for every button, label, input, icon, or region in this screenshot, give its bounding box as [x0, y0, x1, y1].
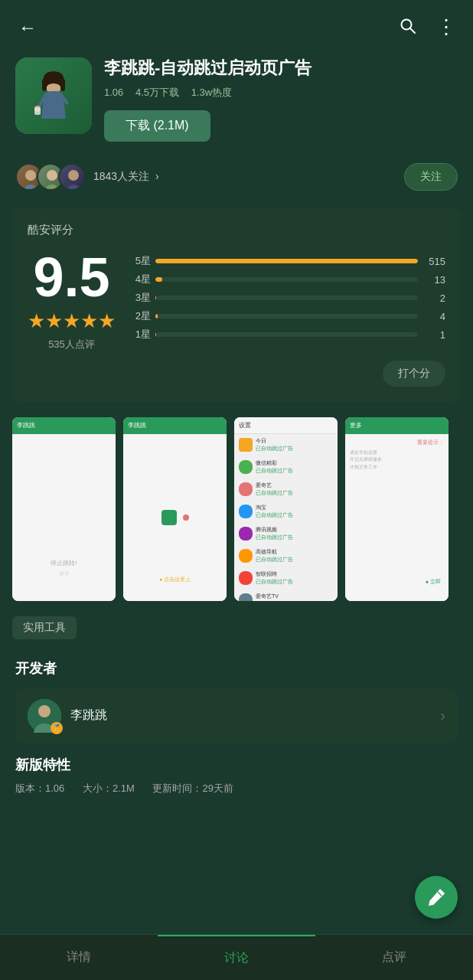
avatar-3	[58, 163, 86, 191]
followers-text: 1843人关注 ›	[93, 170, 159, 184]
new-version-title: 新版特性	[15, 756, 458, 774]
bar-count: 1	[422, 329, 445, 341]
nav-discussion[interactable]: 讨论	[158, 935, 315, 980]
rating-bars: 5星 515 4星 13 3星 2 2星	[131, 254, 445, 346]
ss1-body: 停止跳转! 关于	[12, 434, 116, 601]
developer-info: 🏅 李跳跳	[28, 699, 107, 733]
developer-row[interactable]: 🏅 李跳跳 ›	[15, 688, 458, 743]
version-size: 大小：2.1M	[83, 782, 135, 794]
ss3-item-6: 高德导航 已自动跳过广告	[234, 545, 338, 567]
ss4-body: 重要提示： 请在手机设置 开启无障碍服务 才能正常工作 ● 立即	[345, 434, 449, 601]
rating-count: 535人点评	[28, 338, 116, 351]
rating-title: 酷安评分	[28, 223, 445, 237]
ss2-body: ● 点击这里上	[123, 434, 227, 601]
avatars-group	[15, 163, 86, 191]
bar-row: 1星 1	[131, 328, 445, 341]
bar-row: 3星 2	[131, 291, 445, 305]
developer-avatar: 🏅	[28, 699, 61, 733]
ss3-item-1: 今日 已自动跳过广告	[234, 434, 338, 456]
back-button[interactable]: ←	[15, 14, 40, 41]
search-button[interactable]	[395, 13, 419, 42]
rating-content: 9.5 ★★★★★ 535人点评 5星 515 4星 13 3星	[28, 250, 445, 351]
screenshot-1[interactable]: 李跳跳 停止跳转! 关于	[12, 417, 116, 601]
svg-line-1	[410, 28, 415, 33]
svg-rect-4	[60, 79, 65, 91]
app-version: 1.06	[104, 87, 123, 98]
app-meta: 1.06 4.5万下载 1.3w热度	[104, 86, 458, 100]
ss4-header: 更多	[345, 417, 449, 434]
version-meta: 版本：1.06 大小：2.1M 更新时间：29天前	[15, 782, 458, 795]
bottom-nav: 详情 讨论 点评	[0, 934, 473, 980]
followers-row: 1843人关注 › 关注	[0, 154, 473, 200]
screenshot-4[interactable]: 更多 重要提示： 请在手机设置 开启无障碍服务 才能正常工作 ● 立即	[345, 417, 449, 601]
developer-name: 李跳跳	[70, 707, 107, 724]
bar-count: 13	[422, 274, 445, 286]
app-icon	[15, 57, 92, 134]
nav-details[interactable]: 详情	[0, 935, 158, 980]
bar-row: 4星 13	[131, 273, 445, 286]
ss3-body: 今日 已自动跳过广告 微信精彩 已自动跳过广告 爱奇艺 已自动跳过广告	[234, 434, 338, 601]
bar-row: 5星 515	[131, 254, 445, 268]
app-title: 李跳跳-自动跳过启动页广告	[104, 57, 458, 80]
ss3-header: 设置	[234, 417, 338, 434]
followers-count: 1843人关注	[93, 170, 149, 182]
app-details: 李跳跳-自动跳过启动页广告 1.06 4.5万下载 1.3w热度 下载 (2.1…	[104, 57, 458, 142]
bar-fill	[155, 296, 156, 300]
bar-track	[155, 259, 418, 263]
developer-section: 开发者 🏅 李跳跳 ›	[0, 647, 473, 756]
bar-fill	[155, 332, 156, 337]
rate-button[interactable]: 打个分	[383, 361, 445, 387]
follow-button[interactable]: 关注	[404, 163, 458, 191]
rating-score: 9.5	[28, 250, 116, 305]
bar-count: 2	[422, 292, 445, 304]
rating-left: 9.5 ★★★★★ 535人点评	[28, 250, 116, 351]
bar-track	[155, 277, 418, 282]
svg-point-7	[25, 170, 36, 181]
header: ← ⋮	[0, 0, 473, 50]
tag-practical-tools[interactable]: 实用工具	[12, 616, 77, 639]
rating-section: 酷安评分 9.5 ★★★★★ 535人点评 5星 515 4星 13	[12, 207, 461, 402]
bar-label: 1星	[131, 328, 151, 341]
svg-point-8	[47, 170, 57, 181]
bar-row: 2星 4	[131, 309, 445, 323]
bar-count: 515	[422, 256, 445, 267]
new-version-section: 新版特性 版本：1.06 大小：2.1M 更新时间：29天前	[0, 756, 473, 808]
developer-section-title: 开发者	[15, 659, 458, 678]
app-popularity: 1.3w热度	[191, 87, 232, 98]
svg-rect-3	[42, 79, 47, 91]
bar-track	[155, 332, 418, 337]
edit-icon	[426, 887, 446, 907]
version-update-time: 更新时间：29天前	[152, 782, 233, 794]
screenshot-3[interactable]: 设置 今日 已自动跳过广告 微信精彩 已自动跳过广告	[234, 417, 338, 601]
ss3-item-7: 智联招聘 已自动跳过广告	[234, 567, 338, 590]
fab-edit-button[interactable]	[415, 876, 458, 919]
search-icon	[398, 16, 416, 34]
app-downloads: 4.5万下载	[135, 87, 179, 98]
ss3-item-2: 微信精彩 已自动跳过广告	[234, 456, 338, 479]
chevron-right-icon: ›	[440, 707, 445, 724]
nav-reviews[interactable]: 点评	[315, 935, 473, 980]
app-info: 李跳跳-自动跳过启动页广告 1.06 4.5万下载 1.3w热度 下载 (2.1…	[0, 50, 473, 154]
chevron-right-icon: ›	[155, 170, 159, 182]
bar-fill	[155, 314, 158, 318]
more-button[interactable]: ⋮	[433, 12, 458, 42]
svg-rect-6	[34, 107, 41, 115]
bar-label: 3星	[131, 291, 151, 305]
followers-info[interactable]: 1843人关注 ›	[15, 163, 159, 191]
rating-stars: ★★★★★	[28, 309, 116, 333]
bar-fill	[155, 277, 162, 282]
bar-fill	[155, 259, 418, 263]
download-button[interactable]: 下载 (2.1M)	[104, 110, 210, 142]
version-number: 版本：1.06	[15, 782, 64, 794]
bar-label: 5星	[131, 254, 151, 268]
ss3-item-8: 爱奇艺TV 已自动跳过广告	[234, 590, 338, 601]
developer-badge: 🏅	[51, 722, 63, 734]
ss3-item-3: 爱奇艺 已自动跳过广告	[234, 479, 338, 501]
svg-point-11	[38, 705, 51, 717]
ss3-item-4: 淘宝 已自动跳过广告	[234, 501, 338, 523]
tags-row: 实用工具	[0, 609, 473, 647]
bar-track	[155, 296, 418, 300]
screenshot-2[interactable]: 李跳跳 ● 点击这里上	[123, 417, 227, 601]
ss2-header: 李跳跳	[123, 417, 227, 434]
bar-count: 4	[422, 311, 445, 322]
